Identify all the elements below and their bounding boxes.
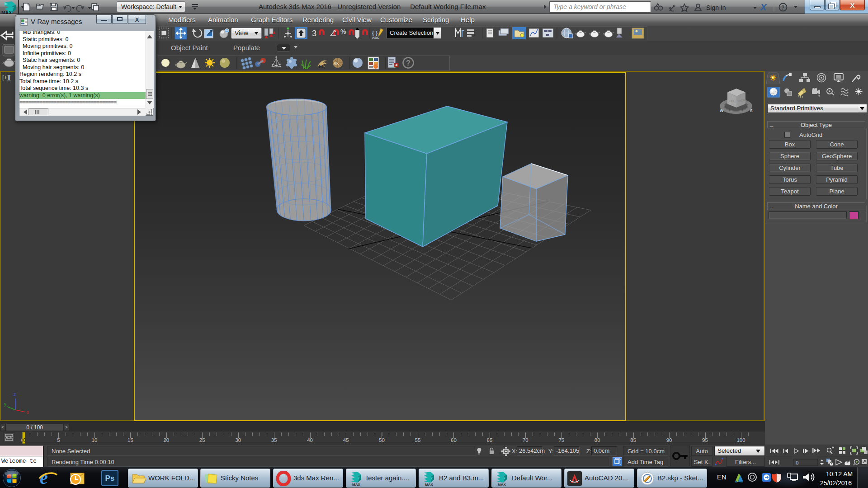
svg-text:?: ? — [781, 5, 784, 11]
svg-text:{ }: { } — [372, 29, 378, 36]
svg-text:MAX: MAX — [425, 483, 433, 486]
svg-text:MAX: MAX — [352, 483, 360, 486]
svg-text:S: S — [750, 108, 753, 113]
svg-text:z: z — [14, 392, 16, 397]
svg-text:0x: 0x — [334, 61, 339, 66]
svg-text:ABC: ABC — [372, 36, 380, 40]
svg-text:HF: HF — [319, 64, 324, 69]
svg-text:Sign In: Sign In — [706, 4, 726, 11]
svg-text:W: W — [720, 108, 724, 113]
svg-text:y: y — [4, 402, 6, 407]
svg-text:X: X — [760, 2, 767, 12]
svg-text:e: e — [40, 469, 48, 487]
svg-text:3: 3 — [312, 29, 316, 38]
svg-text:x: x — [27, 410, 29, 415]
svg-text:0: 0 — [796, 460, 798, 465]
svg-text:MAX: MAX — [498, 483, 506, 486]
svg-text:?: ? — [406, 59, 410, 67]
svg-text:%: % — [340, 28, 346, 35]
